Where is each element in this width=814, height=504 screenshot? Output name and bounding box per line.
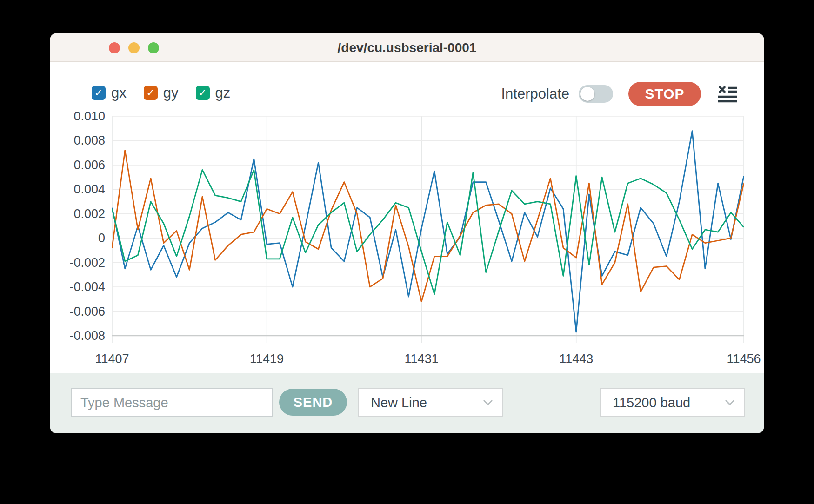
checkbox-label-gy: gy [163,85,179,101]
series-toggle-gz[interactable]: ✓ gz [196,85,231,101]
x-tick-label: 11419 [239,351,295,366]
y-tick-label: -0.002 [59,255,105,270]
toolbar-right: Interpolate STOP [501,82,738,106]
interpolate-toggle[interactable] [579,85,613,103]
y-tick-label: 0 [59,231,105,245]
title-bar: /dev/cu.usbserial-0001 [50,33,764,62]
checkbox-gz[interactable]: ✓ [196,86,210,100]
checkbox-gy[interactable]: ✓ [144,86,158,100]
series-toggle-gy[interactable]: ✓ gy [144,85,179,101]
line-ending-select[interactable]: New Line [358,388,503,417]
y-tick-label: 0.004 [59,182,105,197]
chevron-down-icon [725,399,735,406]
y-tick-label: 0.002 [59,206,105,221]
y-tick-label: 0.006 [59,158,105,172]
clear-list-icon[interactable] [718,85,737,103]
series-toggle-gx[interactable]: ✓ gx [92,85,127,101]
baud-rate-value: 115200 baud [613,395,725,411]
chart-canvas [112,116,744,345]
x-tick-label: 11443 [548,351,604,366]
y-tick-label: -0.006 [59,304,105,319]
send-button[interactable]: SEND [279,389,347,416]
x-tick-label: 11407 [84,351,140,366]
toolbar: ✓ gx ✓ gy ✓ gz Interpolate STOP [50,63,764,110]
checkbox-label-gz: gz [215,85,231,101]
toggle-knob-icon [580,87,594,101]
bottom-bar: SEND New Line 115200 baud [50,373,764,433]
series-toggle-group: ✓ gx ✓ gy ✓ gz [92,85,247,101]
x-tick-label: 11431 [394,351,449,366]
baud-rate-select[interactable]: 115200 baud [600,388,745,417]
y-tick-label: -0.004 [59,279,105,294]
checkbox-gx[interactable]: ✓ [92,86,106,100]
checkbox-label-gx: gx [111,85,127,101]
stop-button[interactable]: STOP [628,82,701,106]
interpolate-label: Interpolate [501,86,570,102]
app-window: /dev/cu.usbserial-0001 ✓ gx ✓ gy ✓ gz In… [50,33,764,433]
chevron-down-icon [483,399,493,406]
y-tick-label: -0.008 [59,328,105,343]
line-ending-value: New Line [371,395,483,411]
window-title: /dev/cu.usbserial-0001 [50,33,764,62]
message-input[interactable] [71,388,273,417]
x-tick-label: 11456 [716,351,772,366]
y-tick-label: 0.010 [59,109,105,124]
y-tick-label: 0.008 [59,133,105,148]
